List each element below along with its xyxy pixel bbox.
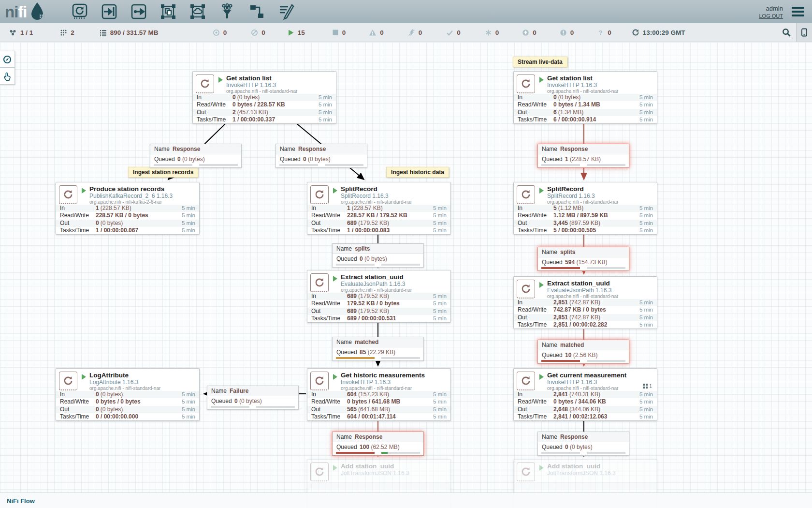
processor[interactable]: SplitRecord SplitRecord 1.16.3 org.apach…	[513, 182, 657, 235]
search-button[interactable]	[777, 23, 796, 42]
birdseye-toggle-button[interactable]	[796, 23, 812, 42]
processor[interactable]: LogAttribute LogAttribute 1.16.3 org.apa…	[56, 368, 200, 421]
stat-row-in: In2,841(740.31 KB)5 min	[514, 391, 657, 398]
stat-row-in	[307, 482, 450, 489]
queue-count-bar	[211, 406, 249, 408]
connection-label[interactable]: NameResponse Queued 0 (0 bytes)	[150, 144, 242, 168]
queued-count: 0	[177, 156, 181, 163]
last-refresh-time: 13:00:29 GMT	[643, 29, 685, 36]
canvas-label[interactable]: Ingest historic data	[386, 167, 449, 178]
queue-count-bar	[336, 264, 375, 266]
cluster-icon	[9, 29, 17, 36]
processor-type-icon	[517, 75, 535, 93]
connection-label[interactable]: NameResponse Queued 100 (62.52 MB)	[332, 432, 424, 456]
connection-name: matched	[560, 342, 584, 348]
global-menu-icon[interactable]	[790, 5, 806, 18]
stat-row-tasks: Tasks/Time2,841 / 00:02:12.0635 min	[514, 413, 657, 420]
stat-row-out: Out3,445(897.59 KB)5 min	[514, 220, 657, 227]
stat-row-out: Out689(179.52 KB)5 min	[307, 220, 450, 227]
processor[interactable]: SplitRecord SplitRecord 1.16.3 org.apach…	[307, 182, 451, 235]
connection-label[interactable]: Namesplits Queued 594 (154.73 KB)	[537, 247, 629, 271]
refresh-icon[interactable]	[632, 29, 639, 36]
refresh-status[interactable]: 13:00:29 GMT	[632, 29, 685, 36]
breadcrumb[interactable]: NiFi Flow	[7, 497, 35, 505]
queued-size: (22.29 KB)	[368, 349, 395, 356]
hand-pointer-icon	[3, 72, 12, 81]
queued-icon	[100, 29, 107, 36]
connection-label[interactable]: NameResponse Queued 0 (0 bytes)	[537, 432, 629, 456]
label-tool-icon[interactable]	[277, 2, 295, 21]
navigate-palette-button[interactable]	[0, 51, 15, 68]
processor-type-icon	[310, 185, 329, 204]
queue-size-bar	[325, 164, 363, 166]
logout-link[interactable]: LOG OUT	[759, 13, 783, 19]
connection-label[interactable]: Namematched Queued 10 (2.56 KB)	[537, 340, 629, 364]
invalid-status: 0	[369, 29, 384, 36]
run-status-icon	[539, 374, 544, 380]
queued-count: 100	[360, 444, 369, 450]
stopped-icon	[332, 29, 339, 36]
connection-name: splits	[355, 245, 370, 252]
transmitting-status: 0	[213, 29, 227, 36]
funnel-tool-icon[interactable]	[218, 2, 236, 21]
active-threads-status: 2	[60, 29, 74, 36]
processor-name: Get station list	[547, 75, 618, 82]
queue-count-bar	[336, 357, 375, 359]
grid-icon	[643, 384, 648, 388]
connection-name: matched	[355, 339, 378, 345]
operate-palette-button[interactable]	[0, 68, 15, 85]
question-icon: ?	[597, 29, 604, 36]
canvas-label[interactable]: Stream live-data	[513, 57, 567, 67]
stat-row-readwrite: Read/Write228.57 KB / 0 bytes5 min	[56, 212, 199, 219]
nifi-droplet-icon	[28, 1, 47, 22]
locally-modified-stale-status: 0	[560, 29, 574, 36]
stat-row-readwrite: Read/Write0 bytes / 0 bytes5 min	[56, 398, 199, 405]
queued-size: (0 bytes)	[308, 156, 331, 163]
up-to-date-status: 0	[446, 29, 461, 36]
processor-type: SplitRecord 1.16.3	[341, 193, 412, 199]
queued-size: (62.52 MB)	[371, 444, 399, 450]
processor[interactable]: Get current measurement InvokeHTTP 1.16.…	[513, 368, 657, 421]
processor[interactable]: Get station list InvokeHTTP 1.16.3 org.a…	[192, 71, 336, 124]
connection-label[interactable]: Namesplits Queued 0 (0 bytes)	[332, 243, 424, 268]
device-outline-icon	[800, 28, 808, 37]
processor[interactable]: Extract station_uuid EvaluateJsonPath 1.…	[307, 270, 451, 323]
status-bar: 1 / 1 2 890 / 331.57 MB 0 0 15 0 0 0 0 0…	[0, 23, 812, 42]
stat-row-readwrite: Read/Write179.52 KB / 0 bytes5 min	[307, 300, 450, 307]
processor[interactable]: Get historic measurements InvokeHTTP 1.1…	[307, 368, 451, 421]
processor[interactable]: Extract station_uuid EvaluateJsonPath 1.…	[513, 276, 657, 329]
queue-count-bar	[541, 452, 580, 454]
breadcrumb-bar: NiFi Flow	[0, 493, 812, 508]
input-port-tool-icon[interactable]	[100, 2, 118, 21]
process-group-tool-icon[interactable]	[159, 2, 177, 21]
processor-name: Add station_uuid	[547, 463, 616, 470]
queue-size-bar	[587, 452, 625, 454]
flow-canvas[interactable]: Stream live-data Ingest station records …	[0, 42, 812, 508]
stat-row-in: In604(157.23 KB)5 min	[307, 391, 450, 398]
canvas-label[interactable]: Ingest station records	[128, 167, 198, 178]
processor-type: LogAttribute 1.16.3	[89, 379, 160, 386]
threads-icon	[60, 29, 67, 36]
queued-status: 890 / 331.57 MB	[100, 29, 159, 36]
processor-tool-icon[interactable]	[71, 2, 89, 21]
invalid-icon	[369, 29, 377, 36]
stat-row-in: In0(0 bytes)5 min	[514, 94, 657, 101]
remote-process-group-tool-icon[interactable]	[188, 2, 207, 21]
connection-name: splits	[560, 249, 575, 255]
output-port-tool-icon[interactable]	[130, 2, 148, 21]
template-tool-icon[interactable]	[247, 2, 266, 21]
connection-name: Failure	[230, 388, 248, 394]
connection-label[interactable]: NameFailure Queued 0 (0 bytes)	[207, 386, 299, 410]
processor-name: Add station_uuid	[341, 463, 409, 470]
processor-type: JoltTransformJSON 1.16.3	[341, 470, 409, 477]
stat-row-out: Out0(0 bytes)5 min	[56, 220, 199, 227]
transmitting-icon	[213, 29, 220, 36]
processor[interactable]: Get station list InvokeHTTP 1.16.3 org.a…	[513, 71, 657, 124]
connection-label[interactable]: NameResponse Queued 1 (228.57 KB)	[537, 144, 629, 168]
connection-label[interactable]: Namematched Queued 85 (22.29 KB)	[332, 337, 424, 361]
queue-size-bar	[587, 360, 625, 362]
run-status-icon	[333, 374, 337, 380]
connection-label[interactable]: NameResponse Queued 0 (0 bytes)	[276, 144, 367, 168]
processor[interactable]: Produce station records PublishKafkaReco…	[56, 182, 200, 235]
stat-row-out: Out2,648(344.06 KB)5 min	[514, 406, 657, 413]
